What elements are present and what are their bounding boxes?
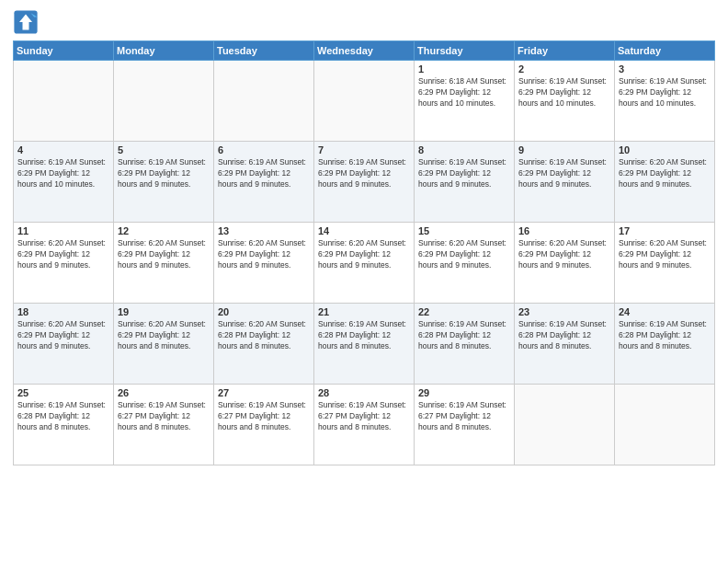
calendar-header-row: SundayMondayTuesdayWednesdayThursdayFrid…: [14, 41, 715, 61]
page: SundayMondayTuesdayWednesdayThursdayFrid…: [0, 0, 728, 563]
day-number: 3: [619, 63, 711, 75]
calendar-table: SundayMondayTuesdayWednesdayThursdayFrid…: [13, 40, 715, 465]
day-number: 7: [318, 144, 410, 155]
calendar-day-cell: 27Sunrise: 6:19 AM Sunset: 6:27 PM Dayli…: [214, 385, 314, 465]
calendar-day-cell: 13Sunrise: 6:20 AM Sunset: 6:29 PM Dayli…: [214, 223, 314, 304]
header: [13, 9, 715, 35]
day-number: 11: [17, 225, 109, 236]
calendar-day-cell: [14, 61, 114, 142]
calendar-day-cell: 26Sunrise: 6:19 AM Sunset: 6:27 PM Dayli…: [114, 385, 214, 465]
logo: [13, 9, 42, 35]
calendar-day-header: Wednesday: [314, 41, 415, 61]
calendar-day-cell: 3Sunrise: 6:19 AM Sunset: 6:29 PM Daylig…: [615, 61, 715, 142]
day-number: 6: [218, 144, 310, 155]
day-info: Sunrise: 6:19 AM Sunset: 6:29 PM Dayligh…: [619, 76, 711, 109]
calendar-day-cell: 19Sunrise: 6:20 AM Sunset: 6:29 PM Dayli…: [114, 304, 214, 385]
calendar-day-cell: 28Sunrise: 6:19 AM Sunset: 6:27 PM Dayli…: [314, 385, 415, 465]
logo-icon: [13, 9, 39, 35]
day-number: 18: [17, 306, 109, 317]
day-number: 24: [619, 306, 711, 317]
calendar-day-cell: 8Sunrise: 6:19 AM Sunset: 6:29 PM Daylig…: [415, 142, 515, 223]
calendar-day-cell: 5Sunrise: 6:19 AM Sunset: 6:29 PM Daylig…: [114, 142, 214, 223]
calendar-day-cell: 9Sunrise: 6:19 AM Sunset: 6:29 PM Daylig…: [515, 142, 615, 223]
calendar-day-cell: 24Sunrise: 6:19 AM Sunset: 6:28 PM Dayli…: [615, 304, 715, 385]
day-number: 4: [17, 144, 109, 155]
day-number: 19: [118, 306, 210, 317]
day-info: Sunrise: 6:19 AM Sunset: 6:28 PM Dayligh…: [418, 319, 510, 352]
calendar-day-cell: 10Sunrise: 6:20 AM Sunset: 6:29 PM Dayli…: [615, 142, 715, 223]
day-info: Sunrise: 6:18 AM Sunset: 6:29 PM Dayligh…: [418, 76, 510, 109]
calendar-day-cell: 4Sunrise: 6:19 AM Sunset: 6:29 PM Daylig…: [14, 142, 114, 223]
calendar-day-cell: [114, 61, 214, 142]
calendar-day-cell: 7Sunrise: 6:19 AM Sunset: 6:29 PM Daylig…: [314, 142, 415, 223]
day-number: 16: [518, 225, 610, 236]
calendar-day-cell: 29Sunrise: 6:19 AM Sunset: 6:27 PM Dayli…: [415, 385, 515, 465]
day-number: 15: [418, 225, 510, 236]
day-info: Sunrise: 6:19 AM Sunset: 6:27 PM Dayligh…: [218, 400, 310, 433]
day-info: Sunrise: 6:20 AM Sunset: 6:28 PM Dayligh…: [218, 319, 310, 352]
day-number: 12: [118, 225, 210, 236]
calendar-week-row: 1Sunrise: 6:18 AM Sunset: 6:29 PM Daylig…: [14, 61, 715, 142]
day-info: Sunrise: 6:20 AM Sunset: 6:29 PM Dayligh…: [218, 238, 310, 271]
day-info: Sunrise: 6:19 AM Sunset: 6:28 PM Dayligh…: [17, 400, 109, 433]
calendar-day-cell: 21Sunrise: 6:19 AM Sunset: 6:28 PM Dayli…: [314, 304, 415, 385]
day-number: 29: [418, 387, 510, 398]
day-number: 22: [418, 306, 510, 317]
day-number: 1: [418, 63, 510, 75]
calendar-day-cell: 2Sunrise: 6:19 AM Sunset: 6:29 PM Daylig…: [515, 61, 615, 142]
day-number: 21: [318, 306, 410, 317]
day-number: 26: [118, 387, 210, 398]
day-number: 8: [418, 144, 510, 155]
day-info: Sunrise: 6:20 AM Sunset: 6:29 PM Dayligh…: [619, 157, 711, 190]
calendar-day-header: Thursday: [415, 41, 515, 61]
day-info: Sunrise: 6:20 AM Sunset: 6:29 PM Dayligh…: [518, 238, 610, 271]
day-info: Sunrise: 6:20 AM Sunset: 6:29 PM Dayligh…: [17, 238, 109, 271]
calendar-week-row: 11Sunrise: 6:20 AM Sunset: 6:29 PM Dayli…: [14, 223, 715, 304]
day-info: Sunrise: 6:19 AM Sunset: 6:29 PM Dayligh…: [518, 76, 610, 109]
day-info: Sunrise: 6:19 AM Sunset: 6:29 PM Dayligh…: [118, 157, 210, 190]
day-info: Sunrise: 6:20 AM Sunset: 6:29 PM Dayligh…: [318, 238, 410, 271]
calendar-day-cell: 25Sunrise: 6:19 AM Sunset: 6:28 PM Dayli…: [14, 385, 114, 465]
calendar-week-row: 25Sunrise: 6:19 AM Sunset: 6:28 PM Dayli…: [14, 385, 715, 465]
calendar-day-header: Sunday: [14, 41, 114, 61]
day-number: 2: [518, 63, 610, 75]
day-info: Sunrise: 6:20 AM Sunset: 6:29 PM Dayligh…: [118, 319, 210, 352]
day-info: Sunrise: 6:19 AM Sunset: 6:29 PM Dayligh…: [17, 157, 109, 190]
calendar-day-cell: 20Sunrise: 6:20 AM Sunset: 6:28 PM Dayli…: [214, 304, 314, 385]
day-number: 28: [318, 387, 410, 398]
day-info: Sunrise: 6:19 AM Sunset: 6:27 PM Dayligh…: [118, 400, 210, 433]
day-info: Sunrise: 6:19 AM Sunset: 6:29 PM Dayligh…: [318, 157, 410, 190]
day-number: 5: [118, 144, 210, 155]
calendar-day-cell: 18Sunrise: 6:20 AM Sunset: 6:29 PM Dayli…: [14, 304, 114, 385]
day-number: 17: [619, 225, 711, 236]
calendar-day-header: Monday: [114, 41, 214, 61]
calendar-day-header: Friday: [515, 41, 615, 61]
day-info: Sunrise: 6:20 AM Sunset: 6:29 PM Dayligh…: [619, 238, 711, 271]
day-number: 13: [218, 225, 310, 236]
calendar-day-header: Tuesday: [214, 41, 314, 61]
calendar-day-cell: 22Sunrise: 6:19 AM Sunset: 6:28 PM Dayli…: [415, 304, 515, 385]
day-info: Sunrise: 6:19 AM Sunset: 6:29 PM Dayligh…: [518, 157, 610, 190]
calendar-day-cell: 14Sunrise: 6:20 AM Sunset: 6:29 PM Dayli…: [314, 223, 415, 304]
day-number: 25: [17, 387, 109, 398]
day-info: Sunrise: 6:19 AM Sunset: 6:27 PM Dayligh…: [318, 400, 410, 433]
day-info: Sunrise: 6:20 AM Sunset: 6:29 PM Dayligh…: [118, 238, 210, 271]
calendar-day-cell: 12Sunrise: 6:20 AM Sunset: 6:29 PM Dayli…: [114, 223, 214, 304]
calendar-day-cell: 15Sunrise: 6:20 AM Sunset: 6:29 PM Dayli…: [415, 223, 515, 304]
calendar-week-row: 18Sunrise: 6:20 AM Sunset: 6:29 PM Dayli…: [14, 304, 715, 385]
calendar-day-cell: 17Sunrise: 6:20 AM Sunset: 6:29 PM Dayli…: [615, 223, 715, 304]
calendar-day-cell: [214, 61, 314, 142]
calendar-day-cell: 1Sunrise: 6:18 AM Sunset: 6:29 PM Daylig…: [415, 61, 515, 142]
day-number: 10: [619, 144, 711, 155]
calendar-day-header: Saturday: [615, 41, 715, 61]
day-info: Sunrise: 6:19 AM Sunset: 6:29 PM Dayligh…: [418, 157, 510, 190]
calendar-day-cell: [314, 61, 415, 142]
calendar-day-cell: 16Sunrise: 6:20 AM Sunset: 6:29 PM Dayli…: [515, 223, 615, 304]
calendar-day-cell: [515, 385, 615, 465]
calendar-week-row: 4Sunrise: 6:19 AM Sunset: 6:29 PM Daylig…: [14, 142, 715, 223]
calendar-day-cell: 23Sunrise: 6:19 AM Sunset: 6:28 PM Dayli…: [515, 304, 615, 385]
day-number: 9: [518, 144, 610, 155]
day-number: 14: [318, 225, 410, 236]
day-info: Sunrise: 6:20 AM Sunset: 6:29 PM Dayligh…: [418, 238, 510, 271]
day-number: 20: [218, 306, 310, 317]
